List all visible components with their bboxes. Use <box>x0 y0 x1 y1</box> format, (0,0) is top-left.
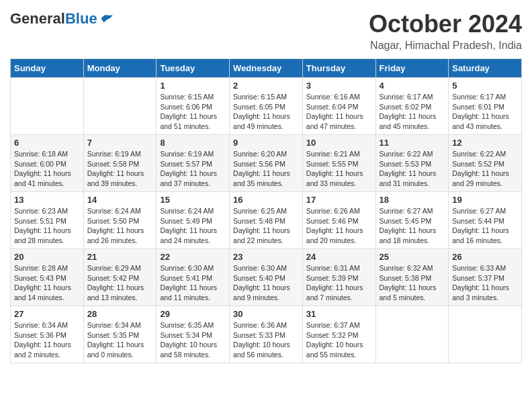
calendar-day-cell: 7 Sunrise: 6:19 AM Sunset: 5:58 PM Dayli… <box>83 135 157 192</box>
calendar-day-cell: 14 Sunrise: 6:24 AM Sunset: 5:50 PM Dayl… <box>83 192 157 249</box>
daylight-text: Daylight: 11 hours and 5 minutes. <box>380 283 437 302</box>
day-info: Sunrise: 6:27 AM Sunset: 5:45 PM Dayligh… <box>380 206 445 246</box>
logo-general-text: General <box>10 10 65 28</box>
calendar-day-cell: 8 Sunrise: 6:19 AM Sunset: 5:57 PM Dayli… <box>157 135 230 192</box>
day-number: 1 <box>160 81 226 91</box>
calendar-day-cell: 3 Sunrise: 6:16 AM Sunset: 6:04 PM Dayli… <box>302 78 375 135</box>
sunset-text: Sunset: 6:01 PM <box>452 103 504 111</box>
day-info: Sunrise: 6:31 AM Sunset: 5:39 PM Dayligh… <box>306 263 372 303</box>
calendar-week-row: 6 Sunrise: 6:18 AM Sunset: 6:00 PM Dayli… <box>11 135 522 192</box>
day-info: Sunrise: 6:29 AM Sunset: 5:42 PM Dayligh… <box>87 263 153 303</box>
sunrise-text: Sunrise: 6:24 AM <box>87 207 141 215</box>
daylight-text: Daylight: 11 hours and 0 minutes. <box>87 340 144 359</box>
sunrise-text: Sunrise: 6:20 AM <box>233 150 287 158</box>
sunrise-text: Sunrise: 6:28 AM <box>14 264 68 272</box>
day-info: Sunrise: 6:37 AM Sunset: 5:32 PM Dayligh… <box>306 320 372 360</box>
day-number: 19 <box>452 195 518 205</box>
sunrise-text: Sunrise: 6:17 AM <box>380 93 433 101</box>
sunrise-text: Sunrise: 6:32 AM <box>380 264 433 272</box>
day-info: Sunrise: 6:16 AM Sunset: 6:04 PM Dayligh… <box>306 92 372 132</box>
calendar-day-cell: 25 Sunrise: 6:32 AM Sunset: 5:38 PM Dayl… <box>375 249 449 306</box>
day-number: 20 <box>14 252 80 262</box>
daylight-text: Daylight: 11 hours and 29 minutes. <box>452 169 509 187</box>
calendar-day-cell: 4 Sunrise: 6:17 AM Sunset: 6:02 PM Dayli… <box>375 78 449 135</box>
weekday-header: Friday <box>375 59 449 78</box>
day-number: 18 <box>380 195 445 205</box>
daylight-text: Daylight: 11 hours and 3 minutes. <box>452 283 509 302</box>
day-info: Sunrise: 6:35 AM Sunset: 5:34 PM Dayligh… <box>160 320 226 360</box>
sunset-text: Sunset: 5:53 PM <box>380 160 432 168</box>
calendar-week-row: 13 Sunrise: 6:23 AM Sunset: 5:51 PM Dayl… <box>11 192 522 249</box>
daylight-text: Daylight: 11 hours and 28 minutes. <box>14 226 71 244</box>
day-number: 26 <box>452 252 518 262</box>
day-info: Sunrise: 6:27 AM Sunset: 5:44 PM Dayligh… <box>452 206 518 246</box>
title-area: October 2024 Nagar, Himachal Pradesh, In… <box>369 10 522 52</box>
day-info: Sunrise: 6:20 AM Sunset: 5:56 PM Dayligh… <box>233 149 299 189</box>
sunrise-text: Sunrise: 6:31 AM <box>306 264 360 272</box>
day-number: 16 <box>233 195 299 205</box>
sunset-text: Sunset: 5:49 PM <box>160 217 212 225</box>
daylight-text: Daylight: 11 hours and 9 minutes. <box>233 283 290 302</box>
sunrise-text: Sunrise: 6:22 AM <box>380 150 433 158</box>
daylight-text: Daylight: 11 hours and 26 minutes. <box>87 226 144 244</box>
sunset-text: Sunset: 5:41 PM <box>160 274 212 282</box>
day-number: 30 <box>233 309 299 319</box>
day-number: 17 <box>306 195 372 205</box>
weekday-header: Saturday <box>449 59 522 78</box>
sunrise-text: Sunrise: 6:30 AM <box>233 264 287 272</box>
sunset-text: Sunset: 5:48 PM <box>233 217 285 225</box>
location-text: Nagar, Himachal Pradesh, India <box>369 40 522 52</box>
day-info: Sunrise: 6:24 AM Sunset: 5:49 PM Dayligh… <box>160 206 226 246</box>
calendar-day-cell: 10 Sunrise: 6:21 AM Sunset: 5:55 PM Dayl… <box>302 135 375 192</box>
weekday-header: Sunday <box>11 59 84 78</box>
sunrise-text: Sunrise: 6:15 AM <box>233 93 287 101</box>
calendar-day-cell: 15 Sunrise: 6:24 AM Sunset: 5:49 PM Dayl… <box>157 192 230 249</box>
sunrise-text: Sunrise: 6:34 AM <box>14 321 68 329</box>
calendar-day-cell: 23 Sunrise: 6:30 AM Sunset: 5:40 PM Dayl… <box>230 249 303 306</box>
day-info: Sunrise: 6:24 AM Sunset: 5:50 PM Dayligh… <box>87 206 153 246</box>
day-number: 22 <box>160 252 226 262</box>
day-info: Sunrise: 6:30 AM Sunset: 5:40 PM Dayligh… <box>233 263 299 303</box>
day-number: 2 <box>233 81 299 91</box>
day-number: 7 <box>87 138 153 148</box>
calendar-day-cell: 29 Sunrise: 6:35 AM Sunset: 5:34 PM Dayl… <box>157 306 230 363</box>
sunset-text: Sunset: 5:35 PM <box>87 331 140 339</box>
sunrise-text: Sunrise: 6:15 AM <box>160 93 214 101</box>
calendar-day-cell <box>11 78 84 135</box>
daylight-text: Daylight: 11 hours and 41 minutes. <box>14 169 71 187</box>
weekday-header: Tuesday <box>157 59 230 78</box>
calendar-day-cell <box>83 78 157 135</box>
day-number: 28 <box>87 309 153 319</box>
sunrise-text: Sunrise: 6:35 AM <box>160 321 214 329</box>
day-info: Sunrise: 6:33 AM Sunset: 5:37 PM Dayligh… <box>452 263 518 303</box>
calendar-day-cell: 16 Sunrise: 6:25 AM Sunset: 5:48 PM Dayl… <box>230 192 303 249</box>
sunset-text: Sunset: 5:37 PM <box>452 274 504 282</box>
sunset-text: Sunset: 6:00 PM <box>14 160 66 168</box>
day-number: 8 <box>160 138 226 148</box>
calendar-day-cell: 1 Sunrise: 6:15 AM Sunset: 6:06 PM Dayli… <box>157 78 230 135</box>
daylight-text: Daylight: 11 hours and 13 minutes. <box>87 283 144 302</box>
day-info: Sunrise: 6:22 AM Sunset: 5:53 PM Dayligh… <box>380 149 445 189</box>
sunset-text: Sunset: 6:02 PM <box>380 103 432 111</box>
calendar-day-cell: 13 Sunrise: 6:23 AM Sunset: 5:51 PM Dayl… <box>11 192 84 249</box>
calendar-day-cell: 20 Sunrise: 6:28 AM Sunset: 5:43 PM Dayl… <box>11 249 84 306</box>
day-number: 15 <box>160 195 226 205</box>
daylight-text: Daylight: 11 hours and 7 minutes. <box>306 283 363 302</box>
calendar-week-row: 20 Sunrise: 6:28 AM Sunset: 5:43 PM Dayl… <box>11 249 522 306</box>
sunrise-text: Sunrise: 6:25 AM <box>233 207 287 215</box>
weekday-header: Monday <box>83 59 157 78</box>
daylight-text: Daylight: 11 hours and 39 minutes. <box>87 169 144 187</box>
sunset-text: Sunset: 5:40 PM <box>233 274 285 282</box>
sunset-text: Sunset: 5:55 PM <box>306 160 359 168</box>
sunset-text: Sunset: 5:57 PM <box>160 160 212 168</box>
calendar-day-cell: 21 Sunrise: 6:29 AM Sunset: 5:42 PM Dayl… <box>83 249 157 306</box>
day-number: 12 <box>452 138 518 148</box>
calendar-day-cell: 28 Sunrise: 6:34 AM Sunset: 5:35 PM Dayl… <box>83 306 157 363</box>
day-number: 11 <box>380 138 445 148</box>
daylight-text: Daylight: 11 hours and 49 minutes. <box>233 112 290 130</box>
sunrise-text: Sunrise: 6:36 AM <box>233 321 287 329</box>
sunrise-text: Sunrise: 6:27 AM <box>452 207 506 215</box>
sunset-text: Sunset: 5:33 PM <box>233 331 285 339</box>
day-number: 3 <box>306 81 372 91</box>
sunrise-text: Sunrise: 6:16 AM <box>306 93 360 101</box>
